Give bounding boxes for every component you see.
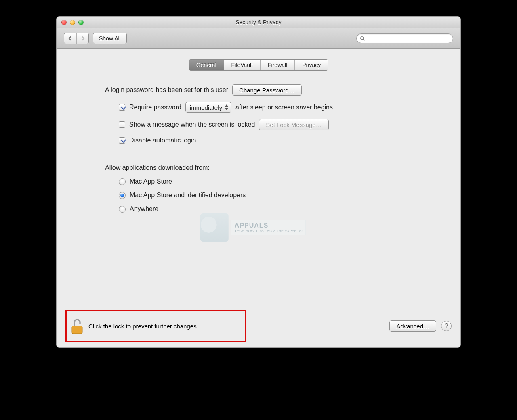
tab-firewall[interactable]: Firewall xyxy=(260,60,294,70)
search-input[interactable] xyxy=(368,36,450,41)
chevron-right-icon xyxy=(81,36,85,41)
watermark-tagline: TECH HOW-TO'S FROM THE EXPERTS! xyxy=(235,229,303,233)
window-title: Security & Privacy xyxy=(57,19,460,25)
login-password-set-label: A login password has been set for this u… xyxy=(105,86,228,94)
disable-autologin-label: Disable automatic login xyxy=(129,137,196,144)
advanced-button[interactable]: Advanced… xyxy=(389,320,436,332)
nav-back-forward xyxy=(64,33,89,44)
lock-hint-label: Click the lock to prevent further change… xyxy=(88,323,198,330)
require-password-label: Require password xyxy=(129,104,181,111)
tab-strip: General FileVault Firewall Privacy xyxy=(189,59,328,71)
radio-identified-developers[interactable] xyxy=(119,192,126,199)
show-lock-message-label: Show a message when the screen is locked xyxy=(129,121,255,128)
watermark-logo-icon xyxy=(200,213,229,242)
search-field[interactable] xyxy=(356,33,453,43)
show-lock-message-checkbox[interactable] xyxy=(119,121,125,128)
help-icon: ? xyxy=(445,322,448,330)
tab-filevault[interactable]: FileVault xyxy=(224,60,260,70)
require-password-checkbox[interactable] xyxy=(119,104,125,111)
disable-autologin-checkbox[interactable] xyxy=(119,137,125,144)
lock-open-icon xyxy=(70,318,84,335)
lock-button[interactable] xyxy=(70,317,84,335)
gatekeeper-section-label: Allow applications downloaded from: xyxy=(105,164,412,171)
content-area: General FileVault Firewall Privacy A log… xyxy=(57,49,460,347)
svg-point-0 xyxy=(361,36,364,39)
tab-privacy[interactable]: Privacy xyxy=(294,60,328,70)
preferences-window: Security & Privacy Show All General File… xyxy=(56,16,461,348)
radio-mac-app-store[interactable] xyxy=(119,178,126,185)
watermark-brand: APPUALS xyxy=(235,222,303,229)
show-lock-message-row: Show a message when the screen is locked… xyxy=(105,119,412,130)
search-icon xyxy=(360,36,365,41)
set-lock-message-button[interactable]: Set Lock Message… xyxy=(259,119,328,130)
gatekeeper-option-identified: Mac App Store and identified developers xyxy=(105,192,412,199)
change-password-button[interactable]: Change Password… xyxy=(232,84,302,96)
chevron-left-icon xyxy=(68,36,72,41)
tab-general[interactable]: General xyxy=(189,60,224,70)
help-button[interactable]: ? xyxy=(441,321,452,331)
login-password-row: A login password has been set for this u… xyxy=(105,84,412,96)
show-all-button[interactable]: Show All xyxy=(93,33,127,44)
toolbar: Show All xyxy=(57,28,460,49)
annotation-highlight: Click the lock to prevent further change… xyxy=(65,310,246,342)
gatekeeper-option-appstore: Mac App Store xyxy=(105,178,412,185)
watermark-text: APPUALS TECH HOW-TO'S FROM THE EXPERTS! xyxy=(231,220,306,235)
general-pane: A login password has been set for this u… xyxy=(57,84,460,213)
forward-button[interactable] xyxy=(76,33,88,44)
disable-autologin-row: Disable automatic login xyxy=(105,137,412,144)
footer: Click the lock to prevent further change… xyxy=(57,310,460,342)
after-sleep-label: after sleep or screen saver begins xyxy=(235,104,333,111)
radio-identified-developers-label: Mac App Store and identified developers xyxy=(130,192,246,199)
watermark: APPUALS TECH HOW-TO'S FROM THE EXPERTS! xyxy=(200,213,306,242)
tabs: General FileVault Firewall Privacy xyxy=(57,59,460,71)
gatekeeper-option-anywhere: Anywhere xyxy=(105,205,412,213)
require-password-delay-value: immediately xyxy=(190,104,222,111)
require-password-row: Require password immediately after sleep… xyxy=(105,102,412,113)
radio-mac-app-store-label: Mac App Store xyxy=(130,178,172,185)
titlebar: Security & Privacy xyxy=(57,17,460,28)
svg-line-1 xyxy=(363,39,364,40)
require-password-delay-select[interactable]: immediately xyxy=(185,102,231,113)
radio-anywhere-label: Anywhere xyxy=(130,205,158,213)
back-button[interactable] xyxy=(64,33,76,44)
radio-anywhere[interactable] xyxy=(119,206,126,213)
